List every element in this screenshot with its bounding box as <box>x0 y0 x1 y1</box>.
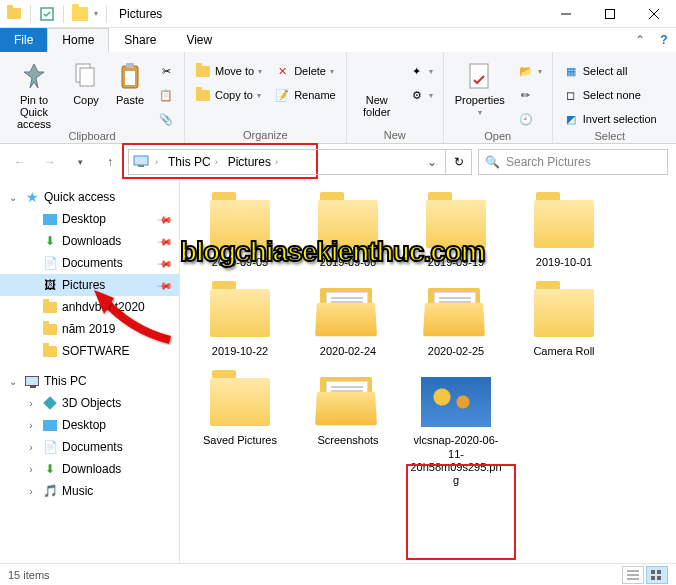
tab-view[interactable]: View <box>171 28 227 52</box>
pin-icon: 📌 <box>157 277 173 293</box>
cut-button[interactable]: ✂ <box>154 60 178 82</box>
file-item[interactable]: 2019-10-01 <box>512 192 616 273</box>
maximize-button[interactable] <box>588 0 632 28</box>
delete-button[interactable]: ✕Delete▾ <box>270 60 340 82</box>
tree-desktop2[interactable]: ›Desktop <box>0 414 179 436</box>
move-to-button[interactable]: Move to▾ <box>191 60 266 82</box>
navigation-bar: ← → ▾ ↑ › This PC› Pictures› ⌄ ↻ 🔍 Searc… <box>0 144 676 180</box>
file-item[interactable]: 2019-09-05 <box>188 192 292 273</box>
copy-path-button[interactable]: 📋 <box>154 84 178 106</box>
file-item[interactable]: Camera Roll <box>512 281 616 362</box>
downloads-icon: ⬇ <box>42 461 58 477</box>
folder-docs-thumb <box>313 285 383 341</box>
select-all-icon: ▦ <box>563 63 579 79</box>
folder-docs-thumb <box>313 374 383 430</box>
pin-icon: 📌 <box>157 211 173 227</box>
file-item[interactable]: 2019-09-19 <box>404 192 508 273</box>
tree-software[interactable]: ·SOFTWARE <box>0 340 179 362</box>
file-item[interactable]: vlcsnap-2020-06-11-20h58m09s295.png <box>404 370 508 491</box>
delete-icon: ✕ <box>274 63 290 79</box>
forward-button[interactable]: → <box>38 150 62 174</box>
paste-shortcut-button[interactable]: 📎 <box>154 108 178 130</box>
tree-documents[interactable]: ·📄Documents📌 <box>0 252 179 274</box>
file-item[interactable]: 2019-10-22 <box>188 281 292 362</box>
paste-button[interactable]: Paste <box>110 56 150 106</box>
app-icon <box>6 6 22 22</box>
address-bar[interactable]: › This PC› Pictures› ⌄ <box>128 149 446 175</box>
svg-rect-16 <box>651 570 655 574</box>
rename-button[interactable]: 📝Rename <box>270 84 340 106</box>
new-item-button[interactable]: ✦▾ <box>405 60 437 82</box>
details-view-button[interactable] <box>622 566 644 584</box>
select-none-button[interactable]: ◻Select none <box>559 84 661 106</box>
breadcrumb-thispc[interactable]: This PC› <box>164 155 222 169</box>
invert-icon: ◩ <box>563 111 579 127</box>
help-icon[interactable]: ? <box>652 28 676 52</box>
tree-downloads[interactable]: ·⬇Downloads📌 <box>0 230 179 252</box>
tree-music[interactable]: ›🎵Music <box>0 480 179 502</box>
properties-button[interactable]: Properties ▾ <box>450 56 510 117</box>
invert-selection-button[interactable]: ◩Invert selection <box>559 108 661 130</box>
file-name: 2020-02-25 <box>428 345 484 358</box>
tree-nam2019[interactable]: ·năm 2019 <box>0 318 179 340</box>
svg-rect-6 <box>80 68 94 86</box>
pin-icon: 📌 <box>157 233 173 249</box>
easy-access-button[interactable]: ⚙▾ <box>405 84 437 106</box>
copy-to-icon <box>195 87 211 103</box>
tree-quick-access[interactable]: ⌄★Quick access <box>0 186 179 208</box>
tree-desktop[interactable]: ·Desktop📌 <box>0 208 179 230</box>
svg-rect-19 <box>657 576 661 580</box>
file-list[interactable]: 2019-09-052019-09-062019-09-192019-10-01… <box>180 180 676 563</box>
folder-icon <box>42 343 58 359</box>
breadcrumb-pictures[interactable]: Pictures› <box>224 155 282 169</box>
file-item[interactable]: 2020-02-24 <box>296 281 400 362</box>
close-button[interactable] <box>632 0 676 28</box>
tab-home[interactable]: Home <box>47 28 109 52</box>
history-button[interactable]: 🕘 <box>514 108 546 130</box>
paste-icon <box>114 60 146 92</box>
refresh-button[interactable]: ↻ <box>446 149 472 175</box>
tree-downloads2[interactable]: ›⬇Downloads <box>0 458 179 480</box>
tree-anhdv[interactable]: ·anhdvboot2020 <box>0 296 179 318</box>
folder-thumb <box>205 374 275 430</box>
title-bar: ▾ Pictures <box>0 0 676 28</box>
cube-icon <box>42 395 58 411</box>
back-button[interactable]: ← <box>8 150 32 174</box>
tree-thispc[interactable]: ⌄This PC <box>0 370 179 392</box>
copy-to-button[interactable]: Copy to▾ <box>191 84 266 106</box>
file-item[interactable]: Saved Pictures <box>188 370 292 491</box>
image-thumb <box>421 374 491 430</box>
select-all-button[interactable]: ▦Select all <box>559 60 661 82</box>
desktop-icon <box>42 211 58 227</box>
copy-button[interactable]: Copy <box>66 56 106 106</box>
file-item[interactable]: Screenshots <box>296 370 400 491</box>
tab-file[interactable]: File <box>0 28 47 52</box>
search-input[interactable]: 🔍 Search Pictures <box>478 149 668 175</box>
file-item[interactable]: 2020-02-25 <box>404 281 508 362</box>
properties-icon <box>464 60 496 92</box>
up-button[interactable]: ↑ <box>98 150 122 174</box>
minimize-button[interactable] <box>544 0 588 28</box>
qat-properties-icon[interactable] <box>39 6 55 22</box>
pin-quick-access-button[interactable]: Pin to Quick access <box>6 56 62 130</box>
shortcut-icon: 📎 <box>158 111 174 127</box>
qat-dropdown-icon[interactable]: ▾ <box>94 9 98 18</box>
tree-3dobjects[interactable]: ›3D Objects <box>0 392 179 414</box>
monitor-icon <box>24 373 40 389</box>
recent-dropdown[interactable]: ▾ <box>68 150 92 174</box>
tree-documents2[interactable]: ›📄Documents <box>0 436 179 458</box>
address-dropdown-icon[interactable]: ⌄ <box>423 150 441 174</box>
icons-view-button[interactable] <box>646 566 668 584</box>
file-item[interactable]: 2019-09-06 <box>296 192 400 273</box>
folder-thumb <box>529 196 599 252</box>
easy-access-icon: ⚙ <box>409 87 425 103</box>
group-organize-label: Organize <box>191 129 340 143</box>
tab-share[interactable]: Share <box>109 28 171 52</box>
ribbon-collapse-icon[interactable]: ⌃ <box>628 28 652 52</box>
desktop-icon <box>42 417 58 433</box>
tree-pictures[interactable]: ·🖼Pictures📌 <box>0 274 179 296</box>
open-button[interactable]: 📂▾ <box>514 60 546 82</box>
scissors-icon: ✂ <box>158 63 174 79</box>
new-folder-button[interactable]: New folder <box>353 56 401 118</box>
edit-button[interactable]: ✏ <box>514 84 546 106</box>
